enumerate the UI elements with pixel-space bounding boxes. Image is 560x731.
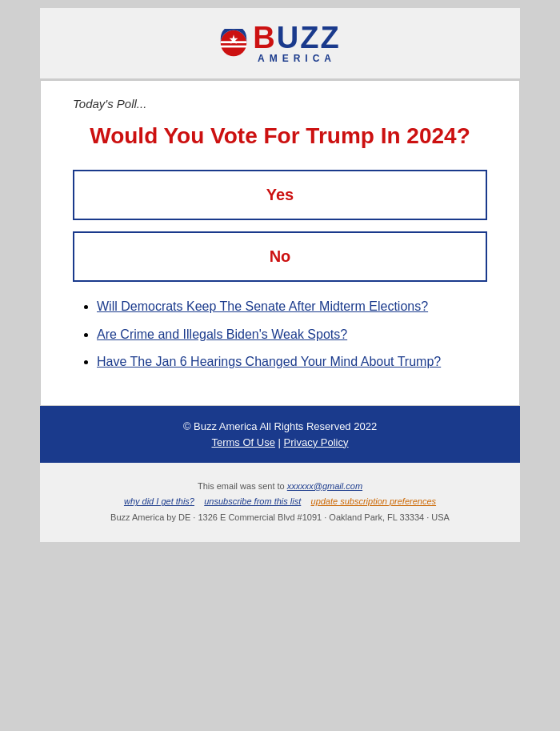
svg-rect-2 — [221, 46, 246, 48]
bottom-sent-text: This email was sent to xxxxxx@gmail.com — [56, 479, 504, 495]
logo-b: B — [253, 21, 276, 54]
logo-text: BUZZ AMERICA — [253, 22, 340, 64]
logo-uzz: UZZ — [277, 21, 341, 54]
email-footer: © Buzz America All Rights Reserved 2022 … — [40, 406, 520, 463]
why-link[interactable]: why did I get this? — [124, 496, 194, 506]
bottom-links: why did I get this? unsubscribe from thi… — [56, 494, 504, 510]
poll-label: Today's Poll... — [73, 97, 487, 110]
email-header: BUZZ AMERICA — [40, 8, 520, 80]
bottom-address: Buzz America by DE · 1326 E Commercial B… — [56, 510, 504, 526]
buzz-logo-icon — [219, 29, 248, 58]
no-button[interactable]: No — [73, 231, 487, 282]
unsubscribe-link[interactable]: unsubscribe from this list — [204, 496, 301, 506]
terms-link[interactable]: Terms Of Use — [211, 436, 274, 448]
bottom-email[interactable]: xxxxxx@gmail.com — [287, 481, 362, 491]
related-links: Will Democrats Keep The Senate After Mid… — [73, 298, 487, 371]
related-links-list: Will Democrats Keep The Senate After Mid… — [81, 298, 487, 371]
related-link-1[interactable]: Will Democrats Keep The Senate After Mid… — [97, 299, 428, 313]
footer-links: Terms Of Use | Privacy Policy — [56, 436, 504, 448]
related-link-2[interactable]: Are Crime and Illegals Biden's Weak Spot… — [97, 327, 347, 341]
logo-america: AMERICA — [253, 53, 340, 64]
yes-button[interactable]: Yes — [73, 170, 487, 220]
poll-question: Would You Vote For Trump In 2024? — [73, 122, 487, 151]
list-item: Will Democrats Keep The Senate After Mid… — [97, 298, 487, 315]
update-link[interactable]: update subscription preferences — [311, 496, 437, 506]
privacy-link[interactable]: Privacy Policy — [284, 436, 349, 448]
related-link-3[interactable]: Have The Jan 6 Hearings Changed Your Min… — [97, 355, 441, 368]
footer-copyright: © Buzz America All Rights Reserved 2022 — [56, 420, 504, 432]
main-content: Today's Poll... Would You Vote For Trump… — [40, 80, 520, 406]
list-item: Have The Jan 6 Hearings Changed Your Min… — [97, 353, 487, 371]
logo: BUZZ AMERICA — [219, 22, 340, 64]
footer-separator: | — [278, 436, 284, 448]
bottom-section: This email was sent to xxxxxx@gmail.com … — [40, 463, 520, 542]
list-item: Are Crime and Illegals Biden's Weak Spot… — [97, 326, 487, 343]
logo-buzz: BUZZ — [253, 22, 340, 53]
